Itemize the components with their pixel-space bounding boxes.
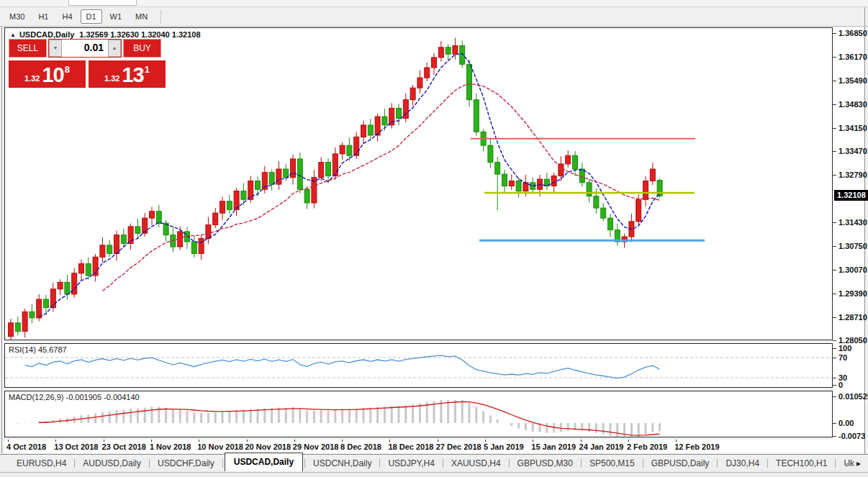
price-axis-label: 1.34830 — [838, 100, 867, 109]
chart-symbol-title: USDCAD,Daily — [19, 30, 74, 39]
price-axis-label: 1.32790 — [838, 171, 867, 179]
volume-increase-icon[interactable]: ▲ — [108, 40, 121, 57]
tab-scroll-left-icon[interactable]: ◂ — [846, 458, 850, 468]
price-axis-tick — [833, 222, 836, 223]
date-axis-tick — [55, 440, 56, 442]
sell-button[interactable]: SELL — [9, 39, 47, 58]
chart-tab[interactable]: USDCNH,Daily — [307, 456, 378, 471]
date-axis-label: 27 Dec 2018 — [436, 442, 482, 451]
toolbar-remnant-strip — [0, 0, 868, 7]
chart-tab[interactable]: TECH100,H1 — [769, 456, 833, 471]
collapse-arrow-icon[interactable]: ▲ — [10, 32, 16, 38]
chart-tab[interactable]: USDCHF,Daily — [151, 456, 221, 471]
chart-tab[interactable]: SP500,M15 — [583, 456, 641, 471]
rsi-axis-tick — [833, 378, 836, 378]
price-axis-tick — [833, 340, 836, 341]
buy-button[interactable]: BUY — [123, 39, 161, 58]
date-axis-label: 18 Dec 2018 — [388, 442, 433, 451]
chart-tab[interactable]: DJ30,H4 — [719, 456, 766, 471]
date-axis-tick — [199, 440, 199, 442]
price-axis-tick — [833, 270, 836, 271]
date-axis[interactable]: 4 Oct 201813 Oct 201823 Oct 20181 Nov 20… — [4, 440, 833, 453]
price-axis-tick — [833, 317, 836, 318]
date-axis-label: 12 Feb 2019 — [674, 442, 719, 451]
timeframe-button-m30[interactable]: M30 — [4, 9, 30, 24]
macd-axis-label: 0.010525 — [838, 392, 868, 401]
chart-tab[interactable]: GBPUSD,M30 — [511, 456, 579, 471]
sell-price-sup: 8 — [65, 64, 70, 75]
price-axis-tick — [833, 294, 836, 294]
date-axis-tick — [294, 440, 295, 442]
toolbar-divider — [161, 10, 161, 24]
price-axis-tick — [833, 33, 836, 34]
buy-price-prefix: 1.32 — [104, 74, 119, 83]
sell-price-prefix: 1.32 — [24, 74, 40, 83]
price-axis-tick — [833, 104, 836, 105]
timeframe-button-w1[interactable]: W1 — [104, 9, 128, 24]
date-axis-tick — [628, 440, 629, 442]
macd-indicator-panel[interactable]: MACD(12,26,9) -0.001905 -0.004140 — [4, 391, 833, 437]
macd-axis-tick — [833, 396, 836, 397]
price-axis-label: 1.34150 — [838, 124, 867, 132]
rsi-axis-tick — [833, 358, 836, 358]
date-axis-label: 8 Dec 2018 — [340, 442, 381, 451]
chart-tab[interactable]: AUDUSD,Daily — [76, 456, 148, 471]
price-axis-label: 1.30750 — [838, 242, 867, 250]
tab-scroll-right-icon[interactable]: ▸ — [856, 458, 861, 468]
timeframe-toolbar: M30H1H4D1W1MN — [0, 7, 868, 27]
price-axis-tick — [833, 57, 836, 58]
timeframe-button-h4[interactable]: H4 — [56, 9, 78, 24]
chart-tabs: EURUSD,H4AUDUSD,DailyUSDCHF,DailyUSDCAD,… — [10, 454, 861, 473]
chart-tab[interactable]: EURUSD,H4 — [10, 456, 73, 471]
tab-separator — [581, 459, 582, 468]
price-axis-tick — [833, 246, 836, 247]
window-left-edge — [1, 27, 2, 453]
buy-price-box[interactable]: 1.32 13 1 — [89, 60, 166, 88]
chart-header: ▲ USDCAD,Daily 1.32569 1.32630 1.32040 1… — [9, 30, 201, 39]
date-axis-tick — [247, 440, 248, 442]
price-axis-tick — [833, 81, 836, 81]
volume-input[interactable]: 0.01 — [62, 40, 108, 57]
date-axis-label: 1 Nov 2018 — [150, 442, 191, 451]
rsi-axis-tick — [833, 385, 836, 386]
chart-tab[interactable]: USDCAD,Daily — [225, 453, 303, 471]
price-axis[interactable]: 1.368501.361701.354901.348301.341501.334… — [833, 27, 864, 453]
price-axis-label: 1.33470 — [838, 147, 867, 155]
rsi-axis-label: 100 — [838, 344, 851, 353]
tab-separator — [835, 459, 836, 468]
date-axis-tick — [151, 440, 152, 442]
date-axis-label: 15 Jan 2019 — [531, 442, 576, 451]
date-axis-tick — [438, 440, 438, 442]
timeframe-button-d1[interactable]: D1 — [81, 9, 102, 24]
tab-separator — [643, 459, 643, 468]
buy-price-sup: 1 — [145, 64, 150, 75]
tab-scroll-controls: ◂ ▸ — [846, 458, 861, 468]
chart-tab[interactable]: XAUUSD,H4 — [445, 456, 507, 471]
date-axis-label: 29 Nov 2018 — [293, 442, 339, 451]
sell-price-box[interactable]: 1.32 10 8 — [9, 60, 86, 88]
timeframe-button-mn[interactable]: MN — [130, 9, 153, 24]
price-axis-tick — [833, 151, 836, 152]
date-axis-label: 23 Oct 2018 — [102, 442, 146, 451]
toolbar-combo-remnant — [68, 0, 137, 6]
macd-label: MACD(12,26,9) -0.001905 -0.004140 — [9, 393, 140, 401]
chart-tab-bar: EURUSD,H4AUDUSD,DailyUSDCHF,DailyUSDCAD,… — [0, 454, 868, 472]
horizontal-scrollbar-strip[interactable] — [0, 472, 868, 477]
volume-stepper: ▼ 0.01 ▲ — [48, 39, 122, 58]
volume-decrease-icon[interactable]: ▼ — [49, 40, 62, 57]
chart-ohlc-values: 1.32569 1.32630 1.32040 1.32108 — [79, 30, 200, 39]
price-axis-tick — [833, 175, 836, 176]
price-axis-label: 1.35490 — [838, 76, 867, 85]
rsi-label: RSI(14) 45.6787 — [9, 345, 67, 354]
main-chart-panel[interactable]: ▲ USDCAD,Daily 1.32569 1.32630 1.32040 1… — [4, 27, 833, 340]
timeframe-button-h1[interactable]: H1 — [32, 9, 54, 24]
chart-tab[interactable]: GBPUSD,Daily — [645, 456, 716, 471]
date-axis-tick — [389, 440, 390, 442]
timeframe-buttons: M30H1H4D1W1MN — [4, 9, 155, 24]
tab-separator — [767, 459, 768, 468]
rsi-indicator-panel[interactable]: RSI(14) 45.6787 — [4, 343, 833, 388]
macd-axis-tick — [833, 436, 836, 437]
date-axis-label: 24 Jan 2019 — [579, 442, 624, 451]
chart-tab[interactable]: USDJPY,H4 — [381, 456, 440, 471]
date-axis-tick — [342, 440, 343, 442]
